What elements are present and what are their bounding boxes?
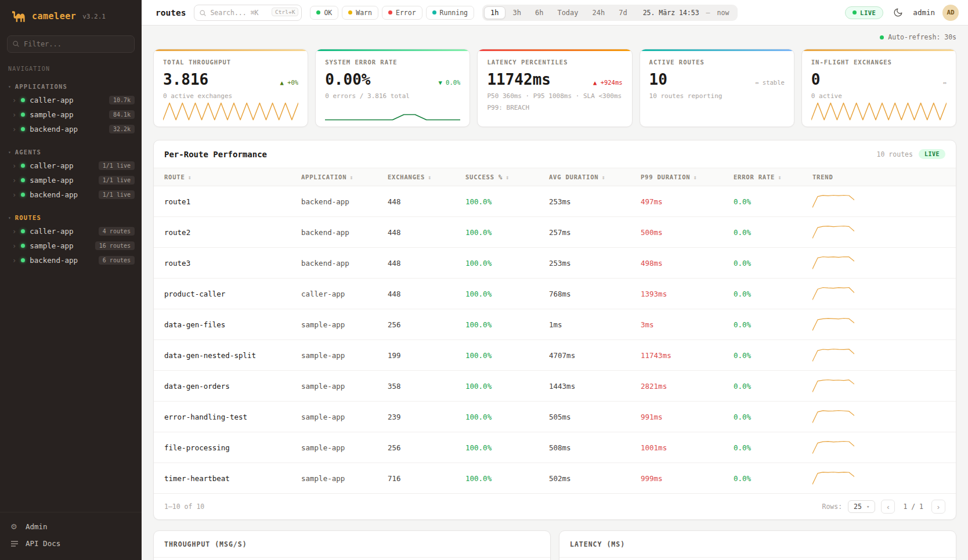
table-row[interactable]: data-gen-nested-split sample-app 199 100…	[154, 340, 956, 371]
sidebar-item-api-docs[interactable]: API Docs	[6, 535, 136, 552]
sidebar-item-backend-app-agent[interactable]: › backend-app 1/1 live	[0, 187, 142, 202]
per-route-table: ROUTE↕ APPLICATION↕ EXCHANGES↕ SUCCESS %…	[154, 168, 956, 493]
section-header-agents[interactable]: ▾ AGENTS	[0, 146, 142, 158]
cell-p99-duration: 999ms	[634, 463, 727, 494]
trend-sparkline	[812, 256, 854, 270]
sidebar-item-label: caller-app	[30, 227, 73, 236]
topbar-right: LIVE admin AD	[845, 5, 959, 21]
cell-p99-duration: 3ms	[634, 309, 727, 340]
range-button-3h[interactable]: 3h	[507, 6, 528, 19]
section-header-applications[interactable]: ▾ APPLICATIONS	[0, 80, 142, 93]
range-end-label[interactable]: now	[711, 9, 736, 17]
cell-route: data-gen-orders	[154, 371, 294, 402]
range-button-6h[interactable]: 6h	[529, 6, 550, 19]
sidebar-item-sample-app-agent[interactable]: › sample-app 1/1 live	[0, 173, 142, 187]
app-logo[interactable]: cameleer v3.2.1	[0, 0, 142, 31]
range-button-24h[interactable]: 24h	[586, 6, 612, 19]
table-row[interactable]: error-handling-test sample-app 239 100.0…	[154, 402, 956, 432]
cell-error-rate: 0.0%	[727, 186, 806, 217]
column-header-avg-duration[interactable]: AVG DURATION↕	[542, 168, 634, 186]
routes-count-label: 10 routes	[877, 150, 913, 158]
section-header-routes[interactable]: ▾ ROUTES	[0, 211, 142, 224]
range-start-label[interactable]: 25. März 14:53	[635, 9, 705, 17]
navigation-caption: NAVIGATION	[0, 66, 142, 72]
sidebar-item-label: sample-app	[30, 110, 73, 119]
table-row[interactable]: timer-heartbeat sample-app 716 100.0% 50…	[154, 463, 956, 494]
dark-mode-toggle[interactable]	[891, 5, 905, 20]
table-row[interactable]: data-gen-files sample-app 256 100.0% 1ms…	[154, 309, 956, 340]
trend-sparkline	[812, 348, 854, 362]
sidebar-item-caller-app[interactable]: › caller-app 10.7k	[0, 93, 142, 107]
kpi-system-error-rate: SYSTEM ERROR RATE 0.00% ▼ 0.0% 0 errors …	[315, 49, 470, 127]
sidebar-item-sample-app-routes[interactable]: › sample-app 16 routes	[0, 239, 142, 253]
docs-icon	[10, 540, 20, 547]
avatar[interactable]: AD	[942, 5, 959, 21]
sidebar-item-admin[interactable]: ⚙ Admin	[6, 518, 136, 535]
column-header-p99-duration[interactable]: P99 DURATION↕	[634, 168, 727, 186]
kpi-value: 3.816	[163, 71, 208, 88]
table-row[interactable]: route2 backend-app 448 100.0% 257ms 500m…	[154, 217, 956, 248]
kpi-accent-bar	[316, 49, 469, 51]
cell-application: sample-app	[294, 340, 381, 371]
cell-application: sample-app	[294, 371, 381, 402]
sidebar-item-caller-app-agent[interactable]: › caller-app 1/1 live	[0, 158, 142, 173]
app-name: cameleer	[32, 11, 76, 21]
table-row[interactable]: data-gen-orders sample-app 358 100.0% 14…	[154, 371, 956, 402]
sidebar-item-sample-app[interactable]: › sample-app 84.1k	[0, 107, 142, 122]
status-dot	[21, 193, 25, 197]
prev-page-button[interactable]: ‹	[881, 500, 895, 514]
chevron-right-icon: ›	[12, 162, 16, 170]
table-row[interactable]: product-caller caller-app 448 100.0% 768…	[154, 279, 956, 309]
cell-exchanges: 448	[381, 217, 458, 248]
kpi-delta: ▲ +924ms	[593, 79, 623, 86]
api-docs-label: API Docs	[26, 539, 60, 548]
column-header-application[interactable]: APPLICATION↕	[294, 168, 381, 186]
sidebar-item-backend-app-routes[interactable]: › backend-app 6 routes	[0, 253, 142, 268]
cell-error-rate: 0.0%	[727, 463, 806, 494]
cell-p99-duration: 497ms	[634, 186, 727, 217]
chevron-right-icon: ›	[12, 96, 16, 104]
cell-route: data-gen-files	[154, 309, 294, 340]
error-status-dot	[388, 10, 392, 15]
caret-down-icon: ▾	[8, 150, 11, 155]
trend-sparkline	[812, 471, 854, 485]
cell-success: 100.0%	[458, 309, 542, 340]
search-icon	[12, 40, 20, 48]
sidebar-item-backend-app[interactable]: › backend-app 32.2k	[0, 122, 142, 136]
cell-error-rate: 0.0%	[727, 309, 806, 340]
column-header-success[interactable]: SUCCESS %↕	[458, 168, 542, 186]
live-toggle[interactable]: LIVE	[845, 6, 883, 19]
filter-chip-ok[interactable]: OK	[310, 6, 338, 20]
sidebar-item-badge: 6 routes	[99, 256, 135, 265]
filter-chip-error[interactable]: Error	[382, 6, 422, 20]
table-row[interactable]: route3 backend-app 448 100.0% 253ms 498m…	[154, 248, 956, 279]
sidebar-item-badge: 1/1 live	[99, 176, 135, 185]
range-button-7d[interactable]: 7d	[612, 6, 633, 19]
table-row[interactable]: file-processing sample-app 256 100.0% 50…	[154, 432, 956, 463]
kpi-accent-bar	[154, 49, 308, 51]
filter-chip-warn[interactable]: Warn	[342, 6, 378, 20]
section-label: APPLICATIONS	[15, 83, 67, 90]
cell-exchanges: 716	[381, 463, 458, 494]
sidebar-item-label: backend-app	[30, 190, 78, 199]
filter-chip-running[interactable]: Running	[426, 6, 474, 20]
column-header-exchanges[interactable]: EXCHANGES↕	[381, 168, 458, 186]
trend-sparkline	[812, 317, 854, 331]
table-row[interactable]: route1 backend-app 448 100.0% 253ms 497m…	[154, 186, 956, 217]
column-header-error-rate[interactable]: ERROR RATE↕	[727, 168, 806, 186]
sidebar-filter-input[interactable]	[7, 35, 135, 53]
sidebar-item-caller-app-routes[interactable]: › caller-app 4 routes	[0, 224, 142, 239]
cell-p99-duration: 11743ms	[634, 340, 727, 371]
cell-application: caller-app	[294, 279, 381, 309]
trend-sparkline	[812, 194, 854, 208]
column-header-route[interactable]: ROUTE↕	[154, 168, 294, 186]
main-area: routes Ctrl+K OK Warn Error Running	[142, 0, 968, 560]
rows-per-page-select[interactable]: 25 ▾	[848, 500, 875, 513]
next-page-button[interactable]: ›	[931, 500, 945, 514]
range-button-today[interactable]: Today	[551, 6, 584, 19]
cell-route: timer-heartbeat	[154, 463, 294, 494]
sidebar-item-badge: 1/1 live	[99, 161, 135, 170]
range-button-1h[interactable]: 1h	[484, 6, 505, 19]
cell-application: backend-app	[294, 186, 381, 217]
cell-success: 100.0%	[458, 340, 542, 371]
